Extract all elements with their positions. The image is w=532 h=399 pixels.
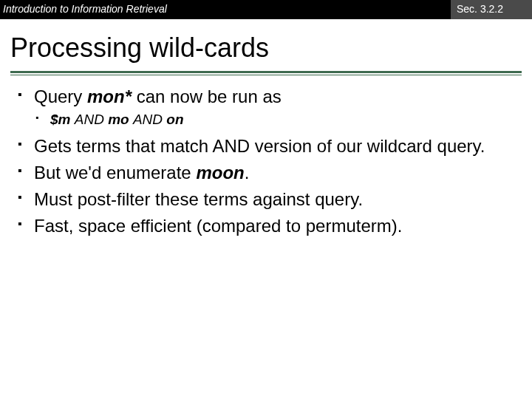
bullet-3-pre: But we'd enumerate (34, 163, 196, 183)
bullet-2: Gets terms that match AND version of our… (15, 135, 517, 157)
slide-body: Query mon* can now be run as $m AND mo A… (0, 75, 532, 237)
bullet-1-bold: mon* (87, 86, 132, 106)
sub-bullet-1: $m AND mo AND on (34, 111, 517, 129)
title-area: Processing wild-cards (0, 19, 532, 68)
header-section-label: Sec. 3.2.2 (451, 0, 532, 19)
bullet-list: Query mon* can now be run as $m AND mo A… (15, 86, 517, 237)
bullet-1-text-pre: Query (34, 86, 87, 106)
sub-bullet-1-seg1: $m (50, 112, 75, 127)
sub-bullet-1-and2: AND (133, 112, 163, 127)
bullet-3-bold: moon (196, 163, 244, 183)
bullet-1: Query mon* can now be run as $m AND mo A… (15, 86, 517, 129)
header-left: Introduction to Information Retrieval (0, 0, 451, 19)
title-rule-thick (10, 71, 522, 73)
sub-bullet-1-seg2: mo (104, 112, 133, 127)
bullet-3-post: . (245, 163, 250, 183)
slide-title: Processing wild-cards (10, 33, 522, 64)
bullet-5: Fast, space efficient (compared to permu… (15, 215, 517, 237)
sub-bullet-1-seg3: on (163, 112, 184, 127)
sub-bullet-1-and1: AND (75, 112, 104, 127)
bullet-1-text-post: can now be run as (132, 86, 282, 106)
header-bar: Introduction to Information Retrieval Se… (0, 0, 532, 19)
bullet-4: Must post-filter these terms against que… (15, 188, 517, 211)
sub-bullet-list: $m AND mo AND on (34, 111, 517, 129)
bullet-3: But we'd enumerate moon. (15, 162, 517, 184)
